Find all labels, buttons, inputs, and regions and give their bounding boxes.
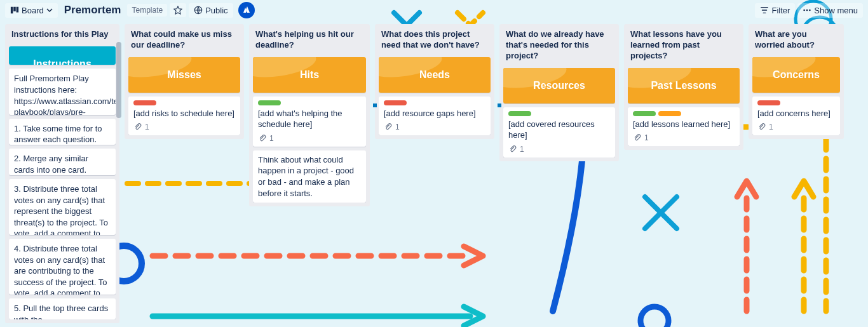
card-cover: Misses — [128, 57, 240, 93]
visibility-label: Public — [205, 6, 227, 15]
filter-icon — [760, 6, 769, 15]
attachment-icon — [384, 123, 393, 131]
list-header[interactable]: What's helping us hit our deadline? — [253, 28, 366, 53]
list-resources: What do we already have that's needed fo… — [499, 24, 619, 161]
card-labels — [757, 100, 835, 105]
label-orange[interactable] — [658, 111, 681, 116]
card-badges: 1 — [508, 145, 610, 154]
list-cards: Hits [add what's helping the schedule he… — [253, 57, 366, 203]
list-past-lessons: What lessons have you learned from past … — [624, 24, 743, 150]
svg-rect-6 — [17, 7, 19, 13]
attachment-icon — [133, 123, 142, 131]
list-concerns: What are you worried about? Concerns [ad… — [749, 24, 844, 139]
card-cover: Needs — [379, 57, 491, 93]
label-green[interactable] — [258, 100, 281, 105]
card-add-resource-gaps[interactable]: [add resource gaps here] 1 — [379, 97, 491, 136]
card-instructions-cover[interactable]: Instructions — [9, 46, 116, 65]
card-instruction[interactable]: 2. Merge any similar cards into one card… — [9, 149, 116, 175]
card-cover: Concerns — [752, 57, 840, 93]
card-add-covered[interactable]: [add covered resources here] 1 — [503, 107, 615, 157]
globe-icon — [194, 6, 203, 15]
list-header[interactable]: What does this project need that we don'… — [379, 28, 491, 53]
card-add-lessons[interactable]: [add lessons learned here] 1 — [628, 107, 740, 147]
board-title[interactable]: Premortem — [60, 4, 125, 17]
list-misses: What could make us miss our deadline? Mi… — [125, 24, 244, 139]
link-marker — [373, 103, 377, 107]
card-labels — [258, 100, 361, 105]
card-add-concerns[interactable]: [add concerns here] 1 — [752, 97, 840, 136]
card-labels — [633, 111, 735, 116]
list-hits: What's helping us hit our deadline? Hits… — [249, 24, 370, 206]
view-switcher-button[interactable]: Board — [5, 3, 58, 18]
link-marker — [498, 103, 501, 107]
list-header[interactable]: What could make us miss our deadline? — [128, 28, 240, 53]
svg-rect-4 — [11, 7, 13, 14]
avatar[interactable] — [238, 2, 255, 18]
list-cards: Needs [add resource gaps here] 1 — [379, 57, 491, 136]
list-needs: What does this project need that we don'… — [375, 24, 494, 139]
list-header[interactable]: What are you worried about? — [752, 28, 840, 53]
view-switcher-label: Board — [22, 6, 44, 15]
card-badges: 1 — [258, 134, 361, 143]
svg-point-10 — [809, 10, 811, 11]
card-cover: Instructions — [9, 46, 116, 65]
template-badge[interactable]: Template — [127, 4, 167, 17]
list-cards: Instructions Full Premortem Play instruc… — [9, 46, 116, 319]
board-canvas[interactable]: Instructions for this Play Instructions … — [0, 20, 868, 327]
label-red[interactable] — [133, 100, 156, 105]
card-labels — [133, 100, 235, 105]
list-cards: Misses [add risks to schedule here] 1 — [128, 57, 240, 136]
card-add-risks[interactable]: [add risks to schedule here] 1 — [128, 97, 240, 136]
list-header[interactable]: What lessons have you learned from past … — [628, 28, 740, 64]
show-menu-button[interactable]: Show menu — [797, 3, 863, 18]
list-cards: Resources [add covered resources here] 1 — [503, 68, 615, 157]
list-header[interactable]: What do we already have that's needed fo… — [503, 28, 615, 64]
card-think-about[interactable]: Think about what could happen in a proje… — [253, 150, 366, 203]
svg-rect-5 — [13, 7, 16, 11]
scrollbar[interactable] — [116, 42, 121, 118]
atlassian-icon — [241, 5, 252, 15]
menu-icon — [803, 6, 811, 15]
card-badges: 1 — [757, 123, 835, 131]
card-lessons-cover[interactable]: Past Lessons — [628, 68, 740, 103]
card-needs-cover[interactable]: Needs — [379, 57, 491, 93]
card-cover: Hits — [253, 57, 366, 93]
card-cover: Past Lessons — [628, 68, 740, 103]
label-red[interactable] — [757, 100, 780, 105]
label-red[interactable] — [384, 100, 407, 105]
attachment-icon — [258, 134, 267, 143]
board-header: Board Premortem Template Public Filter S… — [0, 0, 868, 20]
list-instructions: Instructions for this Play Instructions … — [5, 24, 119, 323]
card-misses-cover[interactable]: Misses — [128, 57, 240, 93]
card-instruction[interactable]: 1. Take some time for to answer each que… — [9, 119, 116, 145]
list-header[interactable]: Instructions for this Play — [9, 28, 116, 43]
card-hits-cover[interactable]: Hits — [253, 57, 366, 93]
card-instruction[interactable]: 4. Distribute three total votes on any c… — [9, 239, 116, 295]
label-green[interactable] — [508, 111, 531, 116]
svg-point-8 — [804, 10, 806, 11]
card-instruction[interactable]: 3. Distribute three total votes on any c… — [9, 179, 116, 235]
card-labels — [384, 100, 485, 105]
visibility-button[interactable]: Public — [189, 3, 233, 18]
card-cover: Resources — [503, 68, 615, 103]
chevron-down-icon — [46, 7, 53, 13]
card-concerns-cover[interactable]: Concerns — [752, 57, 840, 93]
label-green[interactable] — [633, 111, 656, 116]
card-badges: 1 — [633, 133, 735, 142]
list-cards: Concerns [add concerns here] 1 — [752, 57, 840, 136]
star-icon — [173, 6, 182, 15]
attachment-icon — [633, 133, 642, 142]
board-icon — [10, 6, 19, 15]
filter-button[interactable]: Filter — [755, 3, 795, 18]
card-instruction[interactable]: 5. Pull the top three cards with the — [9, 298, 116, 319]
card-badges: 1 — [384, 123, 485, 131]
card-resources-cover[interactable]: Resources — [503, 68, 615, 103]
list-cards: Past Lessons [add lessons learned here] … — [628, 68, 740, 147]
show-menu-label: Show menu — [814, 6, 858, 15]
card-instruction[interactable]: Full Premortem Play instructions here: h… — [9, 69, 116, 114]
card-add-helping[interactable]: [add what's helping the schedule here] 1 — [253, 97, 366, 147]
card-badges: 1 — [133, 123, 235, 131]
filter-label: Filter — [771, 6, 790, 15]
star-button[interactable] — [170, 3, 186, 17]
svg-point-9 — [806, 10, 808, 11]
